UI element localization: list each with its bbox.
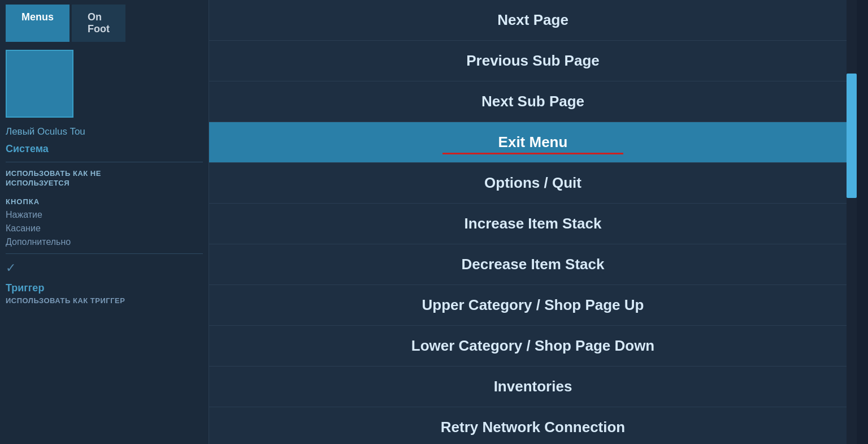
button-section-title: КНОПКА	[6, 197, 203, 206]
menu-item-increase-item-text: Increase Item Stack	[465, 215, 602, 232]
divider-2	[6, 253, 203, 254]
menu-item-prev-sub-page-text: Previous Sub Page	[466, 52, 600, 70]
button-section: КНОПКА Нажатие Касание Дополнительно ✓	[0, 192, 209, 278]
menu-item-lower-category[interactable]: Lower Category / Shop Page Down	[209, 326, 857, 367]
trigger-section: Триггер ИСПОЛЬЗОВАТЬ КАК ТРИГГЕР	[0, 282, 209, 305]
menu-item-next-page[interactable]: Next Page	[209, 0, 857, 41]
button-option-press[interactable]: Нажатие	[6, 208, 203, 222]
menu-item-upper-category-text: Upper Category / Shop Page Up	[422, 296, 644, 314]
menu-item-next-sub-page-text: Next Sub Page	[481, 93, 584, 110]
device-icon-area	[0, 42, 209, 123]
trigger-title: Триггер	[6, 282, 203, 294]
checkmark: ✓	[6, 258, 203, 278]
scrollbar-thumb[interactable]	[847, 74, 857, 198]
exit-menu-underline	[442, 153, 623, 154]
tab-menus[interactable]: Menus	[6, 5, 70, 42]
menu-item-inventories[interactable]: Inventories	[209, 367, 857, 407]
menu-item-prev-sub-page[interactable]: Previous Sub Page	[209, 41, 857, 81]
tab-bar: Menus On Foot	[0, 0, 209, 42]
button-option-touch[interactable]: Касание	[6, 222, 203, 235]
menu-item-upper-category[interactable]: Upper Category / Shop Page Up	[209, 285, 857, 326]
menu-item-decrease-item[interactable]: Decrease Item Stack	[209, 244, 857, 285]
far-right-hint	[857, 0, 868, 444]
use-as-value: ИСПОЛЬЗУЕТСЯ	[0, 179, 209, 192]
left-panel: Menus On Foot Левый Oculus Tou Система И…	[0, 0, 209, 444]
menu-item-next-sub-page[interactable]: Next Sub Page	[209, 81, 857, 122]
menu-item-exit-menu-text: Exit Menu	[498, 133, 568, 151]
menu-item-retry-network-text: Retry Network Connection	[441, 419, 626, 436]
menu-item-retry-network[interactable]: Retry Network Connection	[209, 407, 857, 444]
menu-item-options-quit[interactable]: Options / Quit	[209, 163, 857, 204]
trigger-sub: ИСПОЛЬЗОВАТЬ КАК ТРИГГЕР	[6, 296, 203, 305]
menu-item-inventories-text: Inventories	[494, 378, 572, 395]
device-box	[6, 50, 73, 118]
scrollbar-track[interactable]	[847, 0, 857, 444]
menu-item-lower-category-text: Lower Category / Shop Page Down	[411, 337, 655, 355]
tab-on-foot[interactable]: On Foot	[72, 5, 125, 42]
device-label: Левый Oculus Tou	[0, 123, 209, 141]
menu-list: Next Page Previous Sub Page Next Sub Pag…	[209, 0, 857, 444]
menu-item-next-page-text: Next Page	[497, 11, 568, 29]
menu-item-exit-menu[interactable]: Exit Menu	[209, 122, 857, 163]
right-panel: Next Page Previous Sub Page Next Sub Pag…	[209, 0, 857, 444]
button-option-extra[interactable]: Дополнительно	[6, 235, 203, 249]
section-label: Система	[0, 141, 209, 160]
divider-1	[6, 162, 203, 162]
menu-item-decrease-item-text: Decrease Item Stack	[462, 256, 605, 273]
menu-item-options-quit-text: Options / Quit	[484, 174, 581, 192]
menu-item-increase-item[interactable]: Increase Item Stack	[209, 204, 857, 244]
use-as-label: ИСПОЛЬЗОВАТЬ КАК НЕ	[0, 165, 209, 179]
